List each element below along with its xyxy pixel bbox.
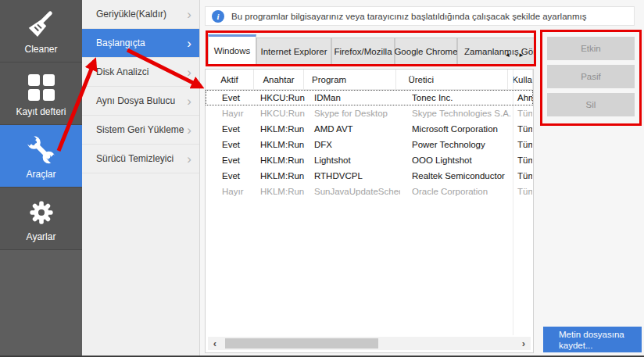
- enable-button[interactable]: Etkin: [547, 37, 635, 60]
- gear-icon: [0, 195, 82, 230]
- startup-tabs: Windows Internet Explorer Firefox/Mozill…: [208, 33, 534, 64]
- disable-button[interactable]: Pasif: [547, 65, 635, 88]
- menu-item-disk-analyzer[interactable]: Disk Analizci ›: [82, 58, 199, 87]
- scroll-left-icon[interactable]: ‹: [208, 337, 222, 350]
- cell-anahtar: HKLM:Run: [256, 124, 306, 134]
- table-header: Aktif Anahtar Program Üretici Kulla: [206, 70, 533, 90]
- tab-firefox-mozilla[interactable]: Firefox/Mozilla: [331, 38, 395, 64]
- cell-program: DFX: [306, 140, 400, 149]
- cell-anahtar: HKLM:Run: [256, 171, 306, 180]
- horizontal-scrollbar[interactable]: ‹ ›: [208, 337, 531, 350]
- chevron-right-icon: ›: [187, 123, 191, 137]
- scroll-right-icon[interactable]: ›: [517, 337, 531, 350]
- cell-kullanici: Ahme: [513, 93, 532, 102]
- cell-uretici: Power Technology: [400, 140, 513, 149]
- cell-anahtar: HKCU:Run: [256, 93, 306, 102]
- info-icon: i: [212, 10, 224, 23]
- cell-uretici: Realtek Semiconductor: [400, 171, 513, 180]
- chevron-right-icon: ›: [187, 152, 191, 166]
- cell-kullanici: Tüm: [513, 155, 532, 165]
- delete-button[interactable]: Sil: [547, 93, 635, 116]
- tab-windows[interactable]: Windows: [208, 34, 256, 64]
- cell-aktif: Evet: [206, 171, 256, 180]
- cell-kullanici: Tüm: [513, 171, 532, 180]
- tab-google-chrome[interactable]: Google Chrome: [395, 38, 457, 64]
- cell-kullanici: Tüm: [513, 187, 532, 196]
- menu-item-label: Sistem Geri Yükleme: [96, 124, 184, 135]
- menu-item-duplicate-finder[interactable]: Aynı Dosya Bulucu ›: [82, 87, 199, 116]
- save-to-text-file-button[interactable]: Metin dosyasına kaydet...: [543, 327, 642, 352]
- cell-uretici: Oracle Corporation: [400, 187, 513, 196]
- table-row[interactable]: Evet HKLM:Run Lightshot OOO Lightshot Tü…: [206, 152, 533, 168]
- cell-anahtar: HKLM:Run: [256, 140, 306, 149]
- column-header-program[interactable]: Program: [304, 70, 396, 89]
- menu-item-label: Geriyükle(Kaldır): [96, 9, 166, 20]
- window-bottom-edge: [0, 356, 644, 357]
- table-row[interactable]: Evet HKCU:Run IDMan Tonec Inc. Ahme: [206, 90, 533, 105]
- column-header-aktif[interactable]: Aktif: [206, 70, 254, 89]
- info-text: Bu programlar bilgisayarınız veya tarayı…: [231, 12, 586, 21]
- column-separator: [513, 70, 513, 335]
- cell-anahtar: HKLM:Run: [256, 155, 306, 165]
- chevron-right-icon: ›: [187, 66, 191, 79]
- cell-kullanici: Tüm: [513, 109, 532, 118]
- menu-item-label: Sürücü Temizleyici: [96, 153, 174, 164]
- table-row[interactable]: Hayır HKLM:Run SunJavaUpdateSched Oracle…: [206, 184, 533, 199]
- cell-kullanici: Tüm: [513, 140, 532, 149]
- menu-item-startup[interactable]: Başlangıçta ›: [82, 29, 199, 58]
- chevron-right-icon: ›: [187, 37, 191, 50]
- registry-grid-icon: [0, 70, 82, 105]
- tools-submenu: Geriyükle(Kaldır) › Başlangıçta › Disk A…: [82, 0, 200, 356]
- cell-program: AMD AVT: [306, 124, 400, 134]
- cell-uretici: OOO Lightshot: [400, 155, 513, 165]
- cell-aktif: Evet: [206, 93, 256, 102]
- sidebar-item-tools[interactable]: Araçlar: [0, 125, 82, 188]
- ccleaner-window: Cleaner Kayıt defteri Araçlar: [0, 0, 644, 361]
- sidebar-item-settings[interactable]: Ayarlar: [0, 188, 82, 250]
- cell-uretici: Skype Technologies S.A.: [400, 109, 513, 118]
- cell-uretici: Microsoft Corporation: [400, 124, 513, 134]
- startup-programs-table: Aktif Anahtar Program Üretici Kulla Evet…: [205, 69, 534, 353]
- tab-scroll-left-icon[interactable]: ◄: [504, 52, 510, 59]
- table-row[interactable]: Evet HKLM:Run RTHDVCPL Realtek Semicondu…: [206, 168, 533, 184]
- broom-icon: [0, 8, 82, 42]
- column-header-uretici[interactable]: Üretici: [396, 70, 508, 89]
- info-bar: i Bu programlar bilgisayarınız veya tara…: [205, 6, 635, 26]
- cell-program: SunJavaUpdateSched: [306, 187, 400, 196]
- sidebar-item-label: Ayarlar: [27, 231, 56, 242]
- actions-highlight-rectangle: Etkin Pasif Sil: [540, 30, 642, 126]
- column-header-anahtar[interactable]: Anahtar: [254, 70, 304, 89]
- cell-kullanici: Tüm: [513, 124, 532, 134]
- menu-item-uninstall[interactable]: Geriyükle(Kaldır) ›: [82, 0, 199, 29]
- table-row[interactable]: Hayır HKCU:Run Skype for Desktop Skype T…: [206, 105, 533, 121]
- cell-program: Skype for Desktop: [306, 109, 400, 118]
- main-sidebar: Cleaner Kayıt defteri Araçlar: [0, 0, 82, 356]
- sidebar-item-registry[interactable]: Kayıt defteri: [0, 63, 82, 125]
- tab-scroll-controls: ◄ ►: [504, 52, 524, 59]
- scrollbar-thumb[interactable]: [225, 338, 378, 348]
- wrench-icon: [0, 133, 82, 167]
- tab-internet-explorer[interactable]: Internet Explorer: [256, 38, 331, 64]
- chevron-right-icon: ›: [187, 8, 191, 21]
- table-row[interactable]: Evet HKLM:Run AMD AVT Microsoft Corporat…: [206, 121, 533, 137]
- tab-scroll-right-icon[interactable]: ►: [518, 52, 524, 59]
- sidebar-item-cleaner[interactable]: Cleaner: [0, 0, 82, 63]
- menu-item-label: Disk Analizci: [96, 66, 148, 77]
- tabs-highlight-rectangle: Windows Internet Explorer Firefox/Mozill…: [206, 30, 536, 66]
- cell-program: Lightshot: [306, 155, 400, 165]
- tab-scheduled-tasks[interactable]: Zamanlanmış Gör: [457, 38, 536, 64]
- chevron-right-icon: ›: [187, 95, 191, 108]
- table-row[interactable]: Evet HKLM:Run DFX Power Technology Tüm: [206, 137, 533, 152]
- menu-item-label: Aynı Dosya Bulucu: [96, 95, 175, 106]
- cell-aktif: Evet: [206, 155, 256, 165]
- cell-aktif: Hayır: [206, 187, 256, 196]
- cell-program: IDMan: [306, 93, 400, 102]
- sidebar-item-label: Araçlar: [26, 169, 55, 180]
- menu-item-drive-wiper[interactable]: Sürücü Temizleyici ›: [82, 145, 199, 173]
- sidebar-item-label: Kayıt defteri: [16, 106, 66, 117]
- cell-anahtar: HKLM:Run: [256, 187, 306, 196]
- cell-anahtar: HKCU:Run: [256, 109, 306, 118]
- menu-item-system-restore[interactable]: Sistem Geri Yükleme ›: [82, 116, 199, 145]
- cell-aktif: Evet: [206, 140, 256, 149]
- cell-program: RTHDVCPL: [306, 171, 400, 180]
